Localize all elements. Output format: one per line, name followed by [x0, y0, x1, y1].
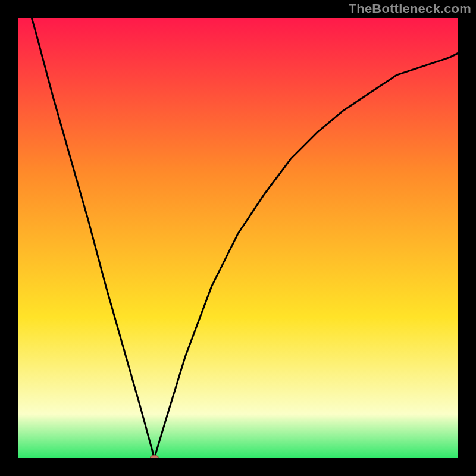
plot-area — [18, 18, 458, 458]
gradient-background — [18, 18, 458, 458]
chart-frame: TheBottleneck.com — [0, 0, 476, 476]
watermark-text: TheBottleneck.com — [349, 1, 471, 17]
chart-svg — [18, 18, 458, 458]
minimum-marker — [150, 455, 158, 458]
